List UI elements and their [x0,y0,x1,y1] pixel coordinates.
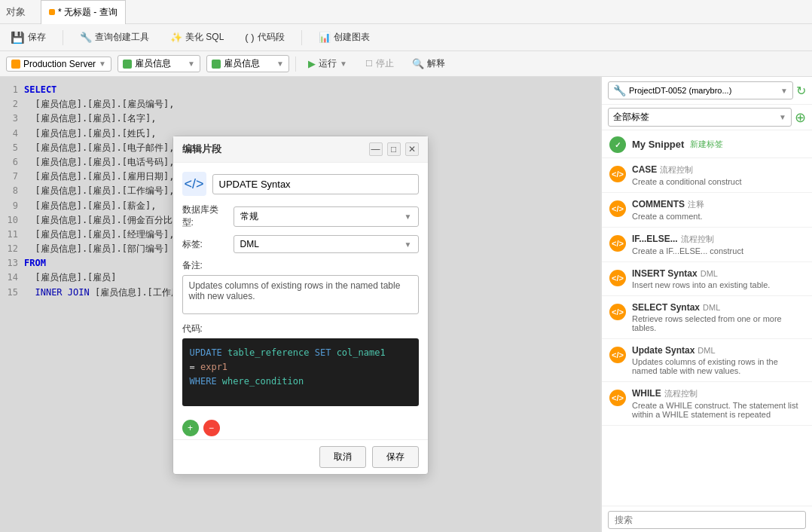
db2-label: 雇员信息 [224,57,273,70]
tag-value: DML [240,239,259,249]
db-type-value: 常规 [240,210,258,223]
create-chart-button[interactable]: 📊 创建图表 [314,28,374,47]
refresh-icon[interactable]: ↻ [796,84,806,98]
code-snippet-label: 代码段 [258,31,285,44]
explain-label: 解释 [427,57,445,70]
server-select[interactable]: Production Server ▼ [6,57,111,72]
modal-overlay: 编辑片段 — □ ✕ </> [0,77,600,532]
snippet-list: </> CASE流程控制 Create a conditional constr… [602,158,812,506]
cancel-button[interactable]: 取消 [319,446,366,468]
notes-label: 备注: [182,259,419,272]
save-icon: 💾 [11,31,25,44]
tag-filter-chevron-icon: ▼ [779,113,786,121]
tab-label: * 无标题 - 查询 [58,6,118,19]
snippet-while-content: WHILE流程控制 Create a WHILE construct. The … [632,388,804,419]
my-snippet-icon: ✓ [609,136,626,153]
modal-minimize-button[interactable]: — [369,142,383,156]
stop-icon: ☐ [365,59,373,69]
snippet-ifelse[interactable]: </> IF...ELSE...流程控制 Create a IF...ELSE.… [602,228,812,262]
query-tab[interactable]: * 无标题 - 查询 [41,0,126,24]
modal-footer-icons: + − [173,415,428,439]
db2-chevron-icon: ▼ [276,60,284,68]
snippet-insert-content: INSERT SyntaxDML Insert new rows into an… [632,268,770,289]
snippet-icon-ifelse: </> [609,235,626,252]
save-label: 保存 [28,31,46,44]
project-chevron-icon: ▼ [780,87,788,95]
modal-maximize-button[interactable]: □ [387,142,401,156]
top-bar: 对象 * 无标题 - 查询 [0,0,812,24]
code-snippet-icon: ( ) [245,32,254,43]
run-button[interactable]: ▶ 运行 ▼ [302,55,353,72]
db2-dot [212,60,221,69]
snippet-update[interactable]: </> Update SyntaxDML Updates columns of … [602,339,812,382]
snippet-select[interactable]: </> SELECT SyntaxDML Retrieve rows selec… [602,296,812,339]
divider2 [301,30,302,45]
save-button[interactable]: 💾 保存 [6,28,50,47]
server-label: Production Server [23,59,96,69]
tag-select[interactable]: DML ▼ [234,235,419,253]
modal-name-row: </> [182,172,419,196]
tag-row: 全部标签 ▼ ⊕ [602,105,812,130]
run-chevron-icon: ▼ [340,60,347,68]
snippet-insert[interactable]: </> INSERT SyntaxDML Insert new rows int… [602,262,812,296]
query-tool-label: 查询创建工具 [95,31,149,44]
stop-label: 停止 [376,57,394,70]
remove-snippet-button[interactable]: − [203,420,220,436]
run-label: 运行 [319,57,337,70]
project-select[interactable]: 🔧 ProjectDT-0052 (marybro...) ▼ [608,81,793,99]
query-tool-button[interactable]: 🔧 查询创建工具 [75,28,154,47]
modal-body: </> 数据库类型: 常规 ▼ 标签: [173,163,428,415]
modal-controls: — □ ✕ [369,142,419,156]
my-snippet-title: My Snippet [632,139,684,150]
new-tag-button[interactable]: 新建标签 [690,139,723,150]
db1-label: 雇员信息 [135,57,185,70]
db1-select[interactable]: 雇员信息 ▼ [118,55,200,72]
server-dot [11,60,20,69]
snippet-icon-select: </> [609,304,626,320]
run-icon: ▶ [308,58,316,69]
divider3 [295,57,296,72]
snippet-case[interactable]: </> CASE流程控制 Create a conditional constr… [602,158,812,193]
project-label: ProjectDT-0052 (marybro...) [629,86,777,95]
add-snippet-button[interactable]: + [182,420,199,436]
tag-label: 标签: [182,238,227,251]
code-area[interactable]: UPDATE table_reference SET col_name1 = e… [182,338,419,406]
snippet-name-input[interactable] [212,174,419,194]
code-snippet-button[interactable]: ( ) 代码段 [240,28,288,47]
search-input[interactable] [608,511,806,529]
code-label: 代码: [182,323,419,335]
code-line-2: = expr1 [190,360,411,375]
beautify-sql-button[interactable]: ✨ 美化 SQL [166,28,228,47]
tag-filter-select[interactable]: 全部标签 ▼ [608,108,792,127]
object-label: 对象 [6,5,38,19]
snippet-comments[interactable]: </> COMMENTS注释 Create a comment. [602,193,812,228]
stop-button[interactable]: ☐ 停止 [359,55,400,72]
beautify-label: 美化 SQL [185,31,224,44]
modal-title: 编辑片段 [182,142,221,156]
code-line-3: WHERE where_condition [190,375,411,389]
snippet-code-icon: </> [182,172,206,196]
tab-dot [49,9,55,15]
notes-textarea[interactable]: Updates columns of existing rows in the … [182,275,419,314]
toolbar1: 💾 保存 🔧 查询创建工具 ✨ 美化 SQL ( ) 代码段 📊 创建图表 [0,24,812,51]
right-header: 🔧 ProjectDT-0052 (marybro...) ▼ ↻ [602,77,812,105]
beautify-icon: ✨ [170,32,182,43]
db2-select[interactable]: 雇员信息 ▼ [206,55,289,72]
query-tool-icon: 🔧 [80,32,92,43]
modal-header: 编辑片段 — □ ✕ [173,136,428,163]
right-panel: 🔧 ProjectDT-0052 (marybro...) ▼ ↻ 全部标签 ▼… [601,77,812,532]
save-button[interactable]: 保存 [372,446,419,468]
divider1 [63,30,63,45]
edit-snippet-modal: 编辑片段 — □ ✕ </> [172,136,429,475]
db1-dot [123,60,132,69]
modal-actions: 取消 保存 [173,439,428,474]
modal-close-button[interactable]: ✕ [405,142,419,156]
add-tag-icon[interactable]: ⊕ [795,109,806,126]
db-type-select[interactable]: 常规 ▼ [234,206,419,227]
snippet-icon-update: </> [609,347,626,363]
snippet-while[interactable]: </> WHILE流程控制 Create a WHILE construct. … [602,382,812,426]
snippet-icon-while: </> [609,390,626,406]
snippet-icon-insert: </> [609,270,626,286]
main-area: 1 SELECT 2 [雇员信息].[雇员].[雇员编号], 3 [雇员信息].… [0,77,812,532]
explain-button[interactable]: 🔍 解释 [406,55,451,72]
